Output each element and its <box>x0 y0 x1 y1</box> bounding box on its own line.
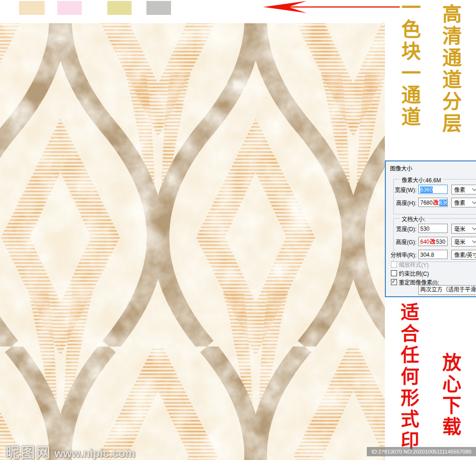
pixel-width-unit: 像素 <box>454 186 465 193</box>
page: 高清通道分层 一色块一通道 适合任何形式印 放心下载 图像大小 像素大小:46.… <box>0 0 476 460</box>
scale-styles-label: 缩放样式(Y) <box>399 260 429 268</box>
doc-width-unit: 毫米 <box>454 225 465 233</box>
annotation-fits-any-print: 适合任何形式印 <box>395 302 422 452</box>
checkbox-icon[interactable] <box>391 261 397 267</box>
wallpaper-preview <box>0 23 385 460</box>
checkbox-icon[interactable] <box>391 270 397 276</box>
chevron-down-icon <box>472 187 476 191</box>
pixel-width-label: 宽度(W): <box>386 186 416 193</box>
resample-image-checkbox-row[interactable]: 重定图像像素(I): <box>391 278 439 286</box>
chevron-down-icon <box>472 239 476 243</box>
color-swatch-khaki <box>107 1 132 15</box>
pixel-width-value: 6360 <box>420 187 433 193</box>
pixel-width-unit-select[interactable]: 像素 <box>451 185 476 194</box>
resolution-label: 分辨率(R): <box>386 251 416 259</box>
annotation-one-block-one-channel: 一色块一通道 <box>395 0 423 128</box>
annotation-safe-download: 放心下载 <box>436 353 464 438</box>
resolution-unit-select[interactable]: 像素/英寸 <box>451 250 476 260</box>
doc-width-input[interactable]: 530 <box>418 224 448 233</box>
doc-height-old: 640 <box>420 239 430 245</box>
edit-mark: 改 <box>433 200 439 206</box>
resample-image-label: 重定图像像素(I): <box>399 278 439 286</box>
doc-width-label: 宽度(D): <box>386 225 416 233</box>
color-swatch-beige <box>19 1 45 15</box>
doc-height-value: 530 <box>436 239 445 245</box>
nipic-watermark: 昵图网 www.nipic.com <box>6 441 135 460</box>
constrain-proportions-label: 约束比例(C) <box>399 269 429 277</box>
pixel-height-unit-select[interactable]: 像素 <box>451 198 476 207</box>
resolution-value: 304.8 <box>420 252 434 258</box>
doc-height-unit-select[interactable]: 毫米 <box>451 237 476 247</box>
pixel-height-label: 高度(H): <box>386 199 416 207</box>
color-swatch-pink <box>57 1 82 15</box>
pixel-width-input[interactable]: 6360 <box>418 185 448 194</box>
image-id-bar: ID:27813070 NO:20201005111145557080 <box>367 447 476 456</box>
scale-styles-checkbox-row[interactable]: 缩放样式(Y) <box>391 260 429 268</box>
checkbox-checked-icon[interactable] <box>391 279 397 285</box>
edit-mark: 改 <box>430 239 436 245</box>
constrain-proportions-checkbox-row[interactable]: 约束比例(C) <box>391 269 429 277</box>
resolution-unit: 像素/英寸 <box>454 251 476 259</box>
doc-width-unit-select[interactable]: 毫米 <box>451 224 476 233</box>
pixel-height-value: 6360 <box>439 200 448 206</box>
resolution-input[interactable]: 304.8 <box>418 250 448 259</box>
doc-width-value: 530 <box>420 226 430 232</box>
pixel-height-input[interactable]: 7680改6360 <box>418 198 448 207</box>
doc-height-label: 高度(G): <box>386 238 416 246</box>
image-size-dialog: 图像大小 像素大小:46.6M 宽度(W): 6360 像素 高度(H): 76… <box>385 160 476 297</box>
pixel-size-group-label: 像素大小:46.6M <box>400 176 443 184</box>
annotation-hd-channel-layers: 高清通道分层 <box>436 4 464 135</box>
chevron-down-icon <box>472 200 476 204</box>
doc-height-unit: 毫米 <box>454 238 465 246</box>
chevron-down-icon <box>472 226 476 230</box>
pixel-height-unit: 像素 <box>454 199 465 207</box>
nipic-url: www.nipic.com <box>54 447 135 460</box>
color-swatch-gray <box>146 1 171 15</box>
dialog-title: 图像大小 <box>390 164 412 172</box>
wallpaper-pattern <box>0 23 385 460</box>
doc-height-input[interactable]: 640改530 <box>418 237 448 246</box>
resample-method-select[interactable]: 两次立方（适用于平滑渐变 <box>418 285 476 295</box>
document-size-group-label: 文档大小: <box>400 215 427 223</box>
pixel-height-old: 7680 <box>420 200 433 206</box>
nipic-logo: 昵图网 <box>6 441 52 460</box>
